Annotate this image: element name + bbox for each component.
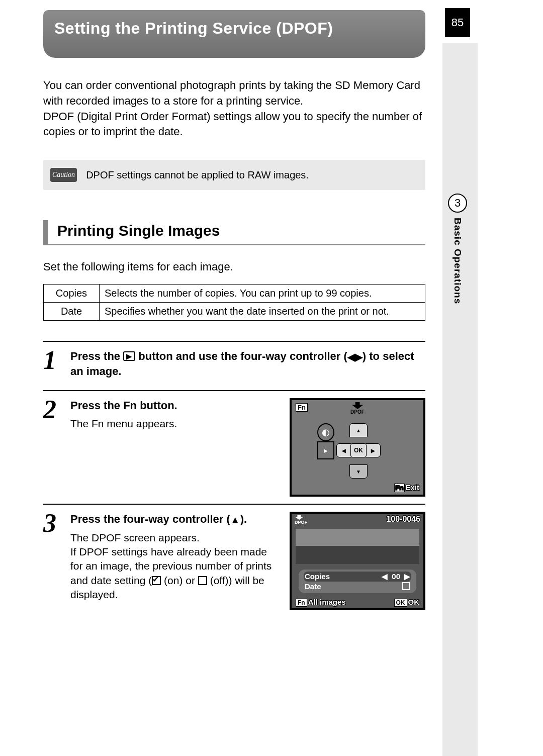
playback-icon: ▶ [123,351,135,361]
fn-badge: Fn [296,599,307,607]
step-heading: Press the Fn button. [70,398,278,413]
definition-table: Copies Selects the number of copies. You… [43,284,425,321]
section-heading: Printing Single Images [43,220,425,245]
ok-icon: OK [350,443,367,457]
step-heading: Press the four-way controller (▲). [70,512,278,527]
step-number: 2 [43,398,59,497]
copies-label: Copies [305,572,330,581]
step-number: 3 [43,512,59,610]
up-icon: ▲ [230,514,240,525]
checkbox-off-icon [402,582,410,590]
date-label: Date [305,582,321,591]
section-text: Set the following items for each image. [43,259,425,275]
table-row: Date Specifies whether you want the date… [44,302,425,320]
left-arrow-icon: ◀ [382,572,388,581]
fn-badge: Fn [394,484,405,492]
step-2: 2 Press the Fn button. The Fn menu appea… [43,390,425,497]
caution-box: Caution DPOF settings cannot be applied … [43,160,425,190]
step-number: 1 [43,349,59,383]
dpof-panel: Copies ◀00▶ Date [299,570,416,593]
playback-icon [317,441,334,459]
step-3: 3 Press the four-way controller (▲). The… [43,504,425,610]
up-icon [349,423,368,437]
caution-text: DPOF settings cannot be applied to RAW i… [86,169,309,181]
format-icon [317,423,334,441]
checkbox-off-icon [198,576,207,585]
page-title: Setting the Printing Service (DPOF) [43,10,425,58]
fn-all-images-label: FnAll images [296,598,346,606]
screen-figure-1: Fn DPOF OK FnExit [290,398,425,497]
step-body-text: The Fn menu appears. [70,417,278,431]
right-arrow-icon: ▶ [404,572,410,581]
intro-text: You can order conventional photograph pr… [43,78,425,140]
four-way-controller-icon: OK [317,423,398,479]
date-row: Date [304,582,411,591]
step-body-text: The DPOF screen appears. If DPOF setting… [70,531,278,602]
desc-cell: Specifies whether you want the date inse… [100,302,425,320]
copies-row: Copies ◀00▶ [304,572,411,582]
term-cell: Date [44,302,100,320]
step-heading: Press the ▶ button and use the four-way … [70,349,425,379]
caution-icon: Caution [50,168,77,182]
ok-ok-label: OKOK [394,598,420,606]
copies-value: 00 [392,572,400,581]
right-icon [366,443,381,457]
screen-figure-2: DPOF 100-0046 Copies ◀00▶ Date [290,512,425,610]
fn-badge: Fn [296,403,308,412]
left-right-icon: ◀▶ [347,351,363,362]
desc-cell: Selects the number of copies. You can pr… [100,284,425,302]
checkbox-on-icon [152,576,161,585]
term-cell: Copies [44,284,100,302]
ok-badge: OK [394,599,407,607]
chapter-tab: 3 Basic Operations [445,194,470,430]
preview-image-icon [296,529,419,564]
fn-exit-label: FnExit [394,483,419,492]
chapter-label: Basic Operations [452,218,463,304]
dpof-icon: DPOF [295,515,307,525]
left-icon [336,443,351,457]
down-icon [349,464,368,479]
dpof-icon: DPOF [350,402,365,415]
image-number: 100-0046 [386,515,420,525]
table-row: Copies Selects the number of copies. You… [44,284,425,302]
page-number-tab: 85 [445,8,470,37]
step-1: 1 Press the ▶ button and use the four-wa… [43,341,425,383]
chapter-number: 3 [448,194,467,213]
